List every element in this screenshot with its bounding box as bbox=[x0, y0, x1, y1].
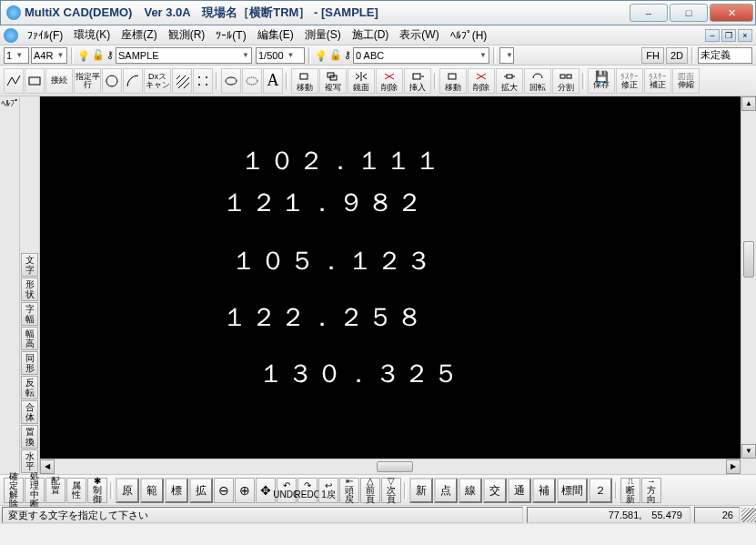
prop-gattai[interactable]: 合体 bbox=[21, 400, 38, 424]
raster-fix-tool[interactable]: ﾗｽﾀｰ修正 bbox=[616, 68, 643, 94]
cmd-dansa[interactable]: ⎍断新 bbox=[620, 478, 640, 503]
scroll-left-arrow[interactable]: ◀ bbox=[40, 459, 55, 474]
cmd-zokusei[interactable]: 属性 bbox=[66, 478, 86, 503]
lock-icon[interactable]: 🔓 bbox=[92, 49, 105, 61]
group-mirror-tool[interactable]: 鏡面 bbox=[348, 68, 375, 94]
key2-icon[interactable]: ⚷ bbox=[344, 49, 351, 61]
prop-moji[interactable]: 文字 bbox=[21, 253, 38, 277]
2d-button[interactable]: 2D bbox=[666, 47, 688, 64]
canvas-text-1[interactable]: １０２．１１１ bbox=[240, 144, 444, 178]
cmd-shori[interactable]: 処理中断 bbox=[25, 478, 45, 503]
maximize-button[interactable]: □ bbox=[670, 4, 708, 22]
group-copy-tool[interactable]: 複写 bbox=[319, 68, 347, 94]
raster-save-tool[interactable]: 💾保存 bbox=[588, 68, 615, 94]
menu-coord[interactable]: 座標(Z) bbox=[116, 27, 162, 43]
cmd-sen[interactable]: 線 bbox=[459, 478, 482, 503]
cmd-zoomout[interactable]: ⊖ bbox=[214, 478, 234, 503]
cmd-nextpage[interactable]: ▽次頁 bbox=[381, 478, 401, 503]
line-move-tool[interactable]: 移動 bbox=[439, 68, 467, 94]
canvas-text-4[interactable]: １２２．２５８ bbox=[222, 300, 426, 335]
horizontal-scrollbar[interactable]: ◀ ▶ bbox=[40, 459, 741, 474]
menu-survey[interactable]: 測量(S) bbox=[299, 27, 347, 43]
mdi-close-button[interactable]: × bbox=[738, 29, 752, 42]
group-move-tool[interactable]: 移動 bbox=[291, 68, 318, 94]
key-icon[interactable]: ⚷ bbox=[106, 49, 114, 61]
cmd-ko[interactable]: 交 bbox=[483, 478, 507, 503]
group-ins-tool[interactable]: 挿入 bbox=[404, 68, 431, 94]
undef-combo[interactable]: 未定義 bbox=[698, 47, 752, 64]
menu-edit[interactable]: 編集(E) bbox=[252, 27, 299, 43]
lock2-icon[interactable]: 🔓 bbox=[329, 49, 342, 61]
connect-tool[interactable]: 接続 bbox=[45, 68, 73, 94]
cmd-ho[interactable]: 補 bbox=[532, 478, 556, 503]
scroll-up-arrow[interactable]: ▲ bbox=[741, 96, 756, 111]
arc-tool[interactable] bbox=[123, 68, 143, 94]
points-tool[interactable] bbox=[193, 68, 213, 94]
scan-tool[interactable]: Dxスキャン bbox=[144, 68, 171, 94]
line-del-tool[interactable]: 削除 bbox=[468, 68, 495, 94]
cmd-shin[interactable]: 新 bbox=[409, 478, 433, 503]
cmd-zoomin[interactable]: ⊕ bbox=[235, 478, 255, 503]
raster-comp-tool[interactable]: ﾗｽﾀｰ補正 bbox=[644, 68, 671, 94]
prop-keijo[interactable]: 形状 bbox=[21, 278, 38, 301]
prop-hanten[interactable]: 反転 bbox=[21, 376, 38, 399]
mdi-minimize-button[interactable]: – bbox=[705, 29, 720, 42]
cmd-hyoma[interactable]: 標間 bbox=[557, 478, 588, 503]
layer2-combo[interactable]: 0 ABC▼ bbox=[353, 47, 489, 64]
paper-combo[interactable]: A4R▼ bbox=[31, 47, 67, 64]
circle-tool[interactable] bbox=[102, 68, 122, 94]
prop-doukei[interactable]: 同形 bbox=[21, 351, 38, 375]
help-panel-tab[interactable]: ﾍﾙﾌﾟ bbox=[0, 96, 20, 474]
bulb-icon[interactable] bbox=[77, 49, 90, 62]
hatch-tool[interactable] bbox=[172, 68, 192, 94]
canvas-text-2[interactable]: １２１．９８２ bbox=[222, 186, 426, 220]
group-del-tool[interactable]: 削除 bbox=[376, 68, 403, 94]
cmd-haichi[interactable]: 配置 bbox=[45, 478, 66, 503]
cmd-tsu[interactable]: 通 bbox=[508, 478, 531, 503]
cmd-kaku[interactable]: 拡 bbox=[189, 478, 213, 503]
menu-file[interactable]: ﾌｧｲﾙ(F) bbox=[22, 29, 68, 42]
line-rot-tool[interactable]: 回転 bbox=[524, 68, 551, 94]
vertical-scrollbar[interactable]: ▲ ▼ bbox=[741, 96, 756, 459]
menu-env[interactable]: 環境(K) bbox=[68, 27, 116, 43]
menu-tool[interactable]: ﾂｰﾙ(T) bbox=[210, 29, 251, 42]
scroll-down-arrow[interactable]: ▼ bbox=[741, 444, 756, 459]
canvas-text-3[interactable]: １０５．１２３ bbox=[231, 244, 435, 278]
scroll-right-arrow[interactable]: ▶ bbox=[726, 459, 741, 474]
prop-jihaba[interactable]: 字幅 bbox=[21, 302, 38, 326]
ellipse-tool[interactable] bbox=[221, 68, 241, 94]
menu-help[interactable]: ﾍﾙﾌﾟ(H) bbox=[445, 29, 493, 42]
prop-habataka[interactable]: 幅高 bbox=[21, 327, 38, 350]
cmd-ten[interactable]: 点 bbox=[434, 478, 458, 503]
parallel-tool[interactable]: 指定平行 bbox=[74, 68, 101, 94]
ellipse2-tool[interactable] bbox=[242, 68, 262, 94]
text-tool[interactable]: A bbox=[263, 68, 283, 94]
canvas-text-5[interactable]: １３０．３２５ bbox=[258, 357, 462, 391]
drawing-canvas[interactable]: １０２．１１１ １２１．９８２ １０５．１２３ １２２．２５８ １３０．３２５ bbox=[40, 96, 741, 459]
cmd-gen[interactable]: 原 bbox=[116, 478, 139, 503]
menu-const[interactable]: 施工(D) bbox=[347, 27, 395, 43]
line-zoom-tool[interactable]: 拡大 bbox=[496, 68, 523, 94]
cmd-redo[interactable]: ↷REDO bbox=[297, 478, 318, 503]
vscroll-thumb[interactable] bbox=[743, 241, 754, 278]
menu-view[interactable]: 表示(W) bbox=[394, 27, 444, 43]
mdi-restore-button[interactable]: ❐ bbox=[721, 29, 736, 42]
prop-chikan[interactable]: 置換 bbox=[21, 425, 38, 449]
cmd-houkou[interactable]: →方向 bbox=[641, 478, 661, 503]
raster-ext-tool[interactable]: 図面伸縮 bbox=[672, 68, 700, 94]
cmd-prevpage[interactable]: △前頁 bbox=[360, 478, 380, 503]
line-split-tool[interactable]: 分割 bbox=[552, 68, 580, 94]
cmd-headback[interactable]: ⇤頭戻 bbox=[339, 478, 359, 503]
cmd-kakutei[interactable]: 確定解除 bbox=[4, 478, 24, 503]
resize-grip[interactable] bbox=[741, 508, 756, 522]
cmd-hyo[interactable]: 標 bbox=[165, 478, 188, 503]
fh-button[interactable]: FH bbox=[641, 47, 664, 64]
menu-obs[interactable]: 観測(R) bbox=[163, 27, 211, 43]
close-button[interactable]: ✕ bbox=[710, 4, 753, 22]
layer-combo[interactable]: SAMPLE▼ bbox=[116, 47, 252, 64]
cmd-seigyo[interactable]: ✱制御 bbox=[87, 478, 107, 503]
page-combo[interactable]: 1▼ bbox=[4, 47, 29, 64]
prop-suihei[interactable]: 水平 bbox=[21, 449, 38, 473]
hscroll-thumb[interactable] bbox=[377, 461, 413, 472]
bulb2-icon[interactable] bbox=[315, 49, 328, 62]
